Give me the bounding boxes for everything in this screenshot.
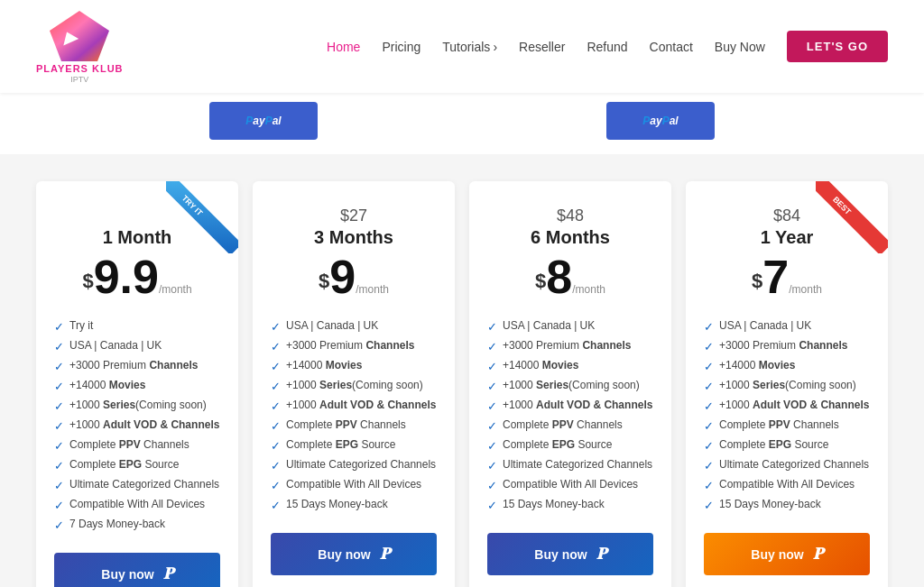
feature-list-3: ✓USA | Canada | UK ✓+3000 Premium Channe… <box>487 316 653 515</box>
feature-item: ✓Compatible With All Devices <box>271 475 437 495</box>
feature-item: ✓USA | Canada | UK <box>704 316 870 336</box>
card-monthly-4: $7/month <box>704 253 870 300</box>
feature-item: ✓Ultimate Categorized Channels <box>271 455 437 475</box>
feature-item: ✓15 Days Money-back <box>271 495 437 515</box>
nav-contact[interactable]: Contact <box>650 40 693 54</box>
feature-item: ✓+1000 Adult VOD & Channels <box>487 396 653 416</box>
nav-reseller[interactable]: Reseller <box>519 40 565 54</box>
brand-sub: IPTV <box>70 75 88 84</box>
buy-label-4: Buy now <box>751 547 803 562</box>
nav-tutorials[interactable]: Tutorials › <box>442 40 497 54</box>
buy-label-2: Buy now <box>318 547 370 562</box>
feature-item: ✓+1000 Series(Coming soon) <box>54 396 220 416</box>
pricing-card-1month: 1 Month $9.9/month ✓Try it ✓USA | Canada… <box>36 181 238 587</box>
nav-pricing[interactable]: Pricing <box>382 40 420 54</box>
check-icon: ✓ <box>487 439 497 453</box>
logo-icon: ▶ <box>48 9 111 63</box>
feature-item: ✓+1000 Series(Coming soon) <box>704 376 870 396</box>
buy-button-3months[interactable]: Buy now 𝐏 <box>271 533 437 575</box>
card-monthly-3: $8/month <box>487 253 653 300</box>
feature-item: ✓Complete PPV Channels <box>487 416 653 436</box>
feature-item: ✓+14000 Movies <box>487 356 653 376</box>
check-icon: ✓ <box>271 459 281 472</box>
header: ▶ PLAYERS KLUB IPTV Home Pricing Tutoria… <box>0 0 924 93</box>
feature-item: ✓15 Days Money-back <box>487 495 653 515</box>
check-icon: ✓ <box>54 499 64 512</box>
check-icon: ✓ <box>271 419 281 433</box>
feature-item: ✓Complete EPG Source <box>54 455 220 475</box>
ribbon-try <box>166 181 238 253</box>
check-icon: ✓ <box>704 479 714 492</box>
feature-item: ✓+3000 Premium Channels <box>704 336 870 356</box>
feature-item: ✓Ultimate Categorized Channels <box>54 475 220 495</box>
check-icon: ✓ <box>54 459 64 472</box>
paypal-icon-3: 𝐏 <box>596 545 606 564</box>
feature-item: ✓USA | Canada | UK <box>487 316 653 336</box>
feature-list-2: ✓USA | Canada | UK ✓+3000 Premium Channe… <box>271 316 437 515</box>
check-icon: ✓ <box>487 399 497 413</box>
chevron-icon: › <box>493 40 497 54</box>
feature-item: ✓USA | Canada | UK <box>271 316 437 336</box>
card-monthly-1: $9.9/month <box>54 253 220 300</box>
check-icon: ✓ <box>271 340 281 353</box>
feature-item: ✓+14000 Movies <box>54 376 220 396</box>
dollar-4: $ <box>752 270 762 292</box>
feature-item: ✓+1000 Adult VOD & Channels <box>271 396 437 416</box>
feature-item: ✓USA | Canada | UK <box>54 336 220 356</box>
dollar-1: $ <box>82 270 93 292</box>
per-3: /month <box>572 283 605 296</box>
check-icon: ✓ <box>487 499 497 512</box>
buy-button-6months[interactable]: Buy now 𝐏 <box>487 533 653 575</box>
paypal-button-2[interactable]: PayPal <box>606 102 715 140</box>
feature-item: ✓Compatible With All Devices <box>704 475 870 495</box>
amount-4: 7 <box>762 251 789 303</box>
check-icon: ✓ <box>54 439 64 453</box>
lets-go-button[interactable]: LET'S GO <box>787 31 888 62</box>
check-icon: ✓ <box>54 380 64 393</box>
nav-refund[interactable]: Refund <box>587 40 627 54</box>
feature-item: ✓15 Days Money-back <box>704 495 870 515</box>
check-icon: ✓ <box>704 360 714 373</box>
per-2: /month <box>356 283 389 296</box>
feature-item: ✓Complete PPV Channels <box>704 416 870 436</box>
check-icon: ✓ <box>487 479 497 492</box>
feature-item: ✓Compatible With All Devices <box>487 475 653 495</box>
feature-item: ✓+14000 Movies <box>271 356 437 376</box>
feature-item: ✓Ultimate Categorized Channels <box>487 455 653 475</box>
buy-button-1month[interactable]: Buy now 𝐏 <box>54 553 220 587</box>
nav-home[interactable]: Home <box>327 40 360 54</box>
check-icon: ✓ <box>704 459 714 472</box>
feature-item: ✓Compatible With All Devices <box>54 495 220 515</box>
feature-item: ✓+3000 Premium Channels <box>271 336 437 356</box>
main-nav: Home Pricing Tutorials › Reseller Refund… <box>327 31 888 62</box>
per-4: /month <box>789 283 822 296</box>
pricing-section: 1 Month $9.9/month ✓Try it ✓USA | Canada… <box>0 154 924 587</box>
check-icon: ✓ <box>271 479 281 492</box>
check-icon: ✓ <box>54 419 64 433</box>
paypal-icon-2: 𝐏 <box>380 545 390 564</box>
check-icon: ✓ <box>54 399 64 413</box>
card-total-2: $27 <box>271 206 437 225</box>
amount-2: 9 <box>329 251 356 303</box>
dollar-2: $ <box>319 270 329 292</box>
buy-button-1year[interactable]: Buy now 𝐏 <box>704 533 870 575</box>
paypal-icon-1: 𝐏 <box>163 564 173 583</box>
check-icon: ✓ <box>54 320 64 334</box>
check-icon: ✓ <box>487 380 497 393</box>
check-icon: ✓ <box>704 419 714 433</box>
paypal-button-1[interactable]: PayPal <box>209 102 318 140</box>
check-icon: ✓ <box>487 419 497 433</box>
feature-item: ✓Complete EPG Source <box>704 436 870 455</box>
feature-item: ✓+3000 Premium Channels <box>54 356 220 376</box>
paypal-logo-2: PayPal <box>642 115 678 127</box>
check-icon: ✓ <box>54 360 64 373</box>
paypal-icon-4: 𝐏 <box>813 545 823 564</box>
feature-item: ✓7 Days Money-back <box>54 515 220 535</box>
check-icon: ✓ <box>704 439 714 453</box>
check-icon: ✓ <box>54 518 64 532</box>
nav-buynow[interactable]: Buy Now <box>715 40 765 54</box>
check-icon: ✓ <box>704 499 714 512</box>
check-icon: ✓ <box>271 399 281 413</box>
check-icon: ✓ <box>271 380 281 393</box>
pricing-grid: 1 Month $9.9/month ✓Try it ✓USA | Canada… <box>36 181 888 587</box>
